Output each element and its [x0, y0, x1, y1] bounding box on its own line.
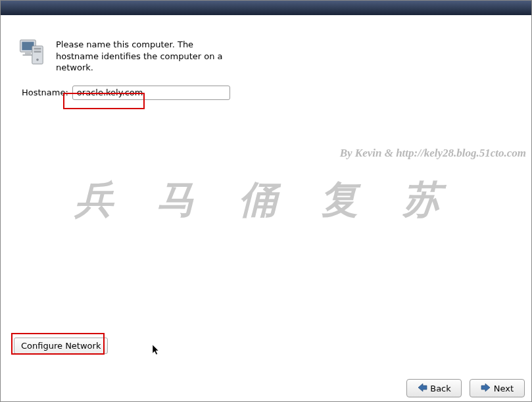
next-label: Next [494, 384, 514, 393]
arrow-left-icon [417, 383, 427, 394]
back-label: Back [430, 384, 451, 393]
instruction-text: Please name this computer. The hostname … [56, 39, 227, 74]
computer-icon [16, 39, 45, 67]
window-titlebar [1, 1, 531, 15]
configure-network-button[interactable]: Configure Network [14, 338, 108, 354]
svg-point-7 [36, 59, 39, 61]
svg-rect-6 [34, 51, 41, 53]
back-button[interactable]: Back [406, 379, 462, 397]
svg-rect-3 [22, 55, 33, 56]
watermark-chinese: 兵 马 俑 复 苏 [1, 174, 531, 226]
svg-rect-2 [25, 53, 31, 55]
arrow-right-icon [481, 383, 491, 394]
next-button[interactable]: Next [470, 379, 525, 397]
svg-rect-5 [34, 48, 41, 50]
watermark-english: By Kevin & http://kely28.blog.51cto.com [340, 147, 526, 160]
hostname-label: Hostname: [22, 88, 68, 97]
hostname-input[interactable] [72, 86, 230, 100]
mouse-cursor-icon [152, 344, 161, 358]
